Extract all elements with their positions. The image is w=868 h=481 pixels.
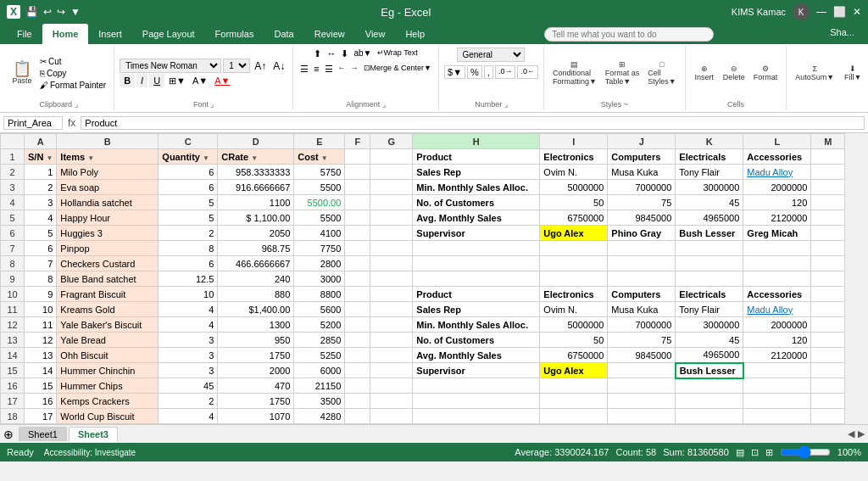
cell-C12[interactable]: 4 — [159, 317, 218, 333]
tab-file[interactable]: File — [7, 24, 42, 44]
cell-H9[interactable] — [413, 271, 540, 287]
cell-M12[interactable] — [811, 317, 845, 333]
cell-L13[interactable]: 120 — [743, 333, 811, 348]
cell-J4[interactable]: 75 — [608, 195, 676, 210]
cell-E1[interactable]: Cost ▼ — [294, 149, 345, 165]
cell-L18[interactable] — [743, 409, 811, 424]
name-box[interactable] — [3, 116, 63, 130]
cell-I4[interactable]: 50 — [540, 195, 608, 210]
cell-K12[interactable]: 3000000 — [676, 317, 743, 333]
cell-C18[interactable]: 4 — [159, 409, 218, 424]
cell-J17[interactable] — [608, 394, 676, 409]
row-header-17[interactable]: 17 — [1, 394, 25, 409]
cell-B18[interactable]: World Cup Biscuit — [57, 409, 159, 424]
cell-L9[interactable] — [743, 271, 811, 287]
restore-btn[interactable]: ⬜ — [833, 6, 846, 18]
row-header-18[interactable]: 18 — [1, 409, 25, 424]
col-K[interactable]: K — [676, 134, 743, 149]
cell-M6[interactable] — [811, 226, 845, 241]
cell-E18[interactable]: 4280 — [294, 409, 345, 424]
cell-C3[interactable]: 6 — [159, 180, 218, 195]
cell-D16[interactable]: 470 — [218, 378, 294, 394]
col-M[interactable]: M — [811, 134, 845, 149]
cell-L2[interactable]: Madu Alloy — [743, 165, 811, 180]
cell-K9[interactable] — [676, 271, 743, 287]
format-painter-btn[interactable]: 🖌 Format Painter — [37, 80, 108, 91]
cell-D11[interactable]: $1,400.00 — [218, 302, 294, 317]
increase-font-btn[interactable]: A↑ — [252, 59, 269, 73]
cell-G1[interactable] — [370, 149, 413, 165]
row-header-7[interactable]: 7 — [1, 241, 25, 256]
cell-B16[interactable]: Hummer Chips — [57, 378, 159, 394]
cell-C1[interactable]: Quantity ▼ — [159, 149, 218, 165]
cell-F13[interactable] — [345, 333, 370, 348]
fill-color-btn[interactable]: A▼ — [190, 75, 210, 87]
wrap-text-btn[interactable]: ↵Wrap Text — [376, 48, 420, 60]
cell-A3[interactable]: 2 — [25, 180, 57, 195]
cell-D8[interactable]: 466.6666667 — [218, 256, 294, 271]
cell-F1[interactable] — [345, 149, 370, 165]
cell-I5[interactable]: 6750000 — [540, 210, 608, 226]
cut-btn[interactable]: ✂ Cut — [37, 56, 108, 67]
cell-B14[interactable]: Ohh Biscuit — [57, 348, 159, 363]
row-header-15[interactable]: 15 — [1, 363, 25, 378]
col-E[interactable]: E — [294, 134, 345, 149]
cell-L17[interactable] — [743, 394, 811, 409]
row-header-8[interactable]: 8 — [1, 256, 25, 271]
cell-G12[interactable] — [370, 317, 413, 333]
font-color-btn[interactable]: A▼ — [212, 75, 232, 87]
tab-home[interactable]: Home — [42, 24, 89, 44]
tab-review[interactable]: Review — [304, 24, 355, 44]
cell-M14[interactable] — [811, 348, 845, 363]
cell-M5[interactable] — [811, 210, 845, 226]
cell-E16[interactable]: 21150 — [294, 378, 345, 394]
row-header-12[interactable]: 12 — [1, 317, 25, 333]
cell-A12[interactable]: 11 — [25, 317, 57, 333]
cell-L5[interactable]: 2120000 — [743, 210, 811, 226]
cell-K11[interactable]: Tony Flair — [676, 302, 743, 317]
cell-I14[interactable]: 6750000 — [540, 348, 608, 363]
decrease-font-btn[interactable]: A↓ — [270, 59, 287, 73]
cell-A15[interactable]: 14 — [25, 363, 57, 378]
cell-D17[interactable]: 1750 — [218, 394, 294, 409]
cell-A11[interactable]: 10 — [25, 302, 57, 317]
font-size-select[interactable]: 12 — [223, 59, 250, 73]
cell-E17[interactable]: 3500 — [294, 394, 345, 409]
formula-input[interactable] — [81, 116, 865, 130]
cell-A5[interactable]: 4 — [25, 210, 57, 226]
cell-F12[interactable] — [345, 317, 370, 333]
row-header-6[interactable]: 6 — [1, 226, 25, 241]
autosum-btn[interactable]: Σ AutoSum▼ — [792, 63, 837, 83]
cell-H1[interactable]: Product — [413, 149, 540, 165]
cell-B6[interactable]: Huggies 3 — [57, 226, 159, 241]
cell-K1[interactable]: Electricals — [676, 149, 743, 165]
cell-G11[interactable] — [370, 302, 413, 317]
cell-L4[interactable]: 120 — [743, 195, 811, 210]
cell-A14[interactable]: 13 — [25, 348, 57, 363]
tab-insert[interactable]: Insert — [88, 24, 132, 44]
add-sheet-btn[interactable]: ⊕ — [3, 428, 14, 441]
orientation-btn[interactable]: ab▼ — [352, 48, 373, 60]
cell-C8[interactable]: 6 — [159, 256, 218, 271]
col-B[interactable]: B — [57, 134, 159, 149]
cell-H11[interactable]: Sales Rep — [413, 302, 540, 317]
cell-K17[interactable] — [676, 394, 743, 409]
cell-J3[interactable]: 7000000 — [608, 180, 676, 195]
cell-E13[interactable]: 2850 — [294, 333, 345, 348]
cell-L15[interactable] — [743, 363, 811, 378]
cell-H7[interactable] — [413, 241, 540, 256]
quick-access-undo[interactable]: ↩ — [43, 6, 52, 18]
cell-K5[interactable]: 4965000 — [676, 210, 743, 226]
cell-L7[interactable] — [743, 241, 811, 256]
cell-B17[interactable]: Kemps Crackers — [57, 394, 159, 409]
cell-M10[interactable] — [811, 287, 845, 302]
scroll-right-btn[interactable]: ▶ — [858, 428, 865, 439]
cell-K7[interactable] — [676, 241, 743, 256]
cell-J18[interactable] — [608, 409, 676, 424]
cell-J14[interactable]: 9845000 — [608, 348, 676, 363]
cell-D5[interactable]: $ 1,100.00 — [218, 210, 294, 226]
format-btn[interactable]: ⚙ Format — [750, 63, 782, 83]
italic-btn[interactable]: I — [136, 74, 147, 87]
cell-M18[interactable] — [811, 409, 845, 424]
cell-C5[interactable]: 5 — [159, 210, 218, 226]
